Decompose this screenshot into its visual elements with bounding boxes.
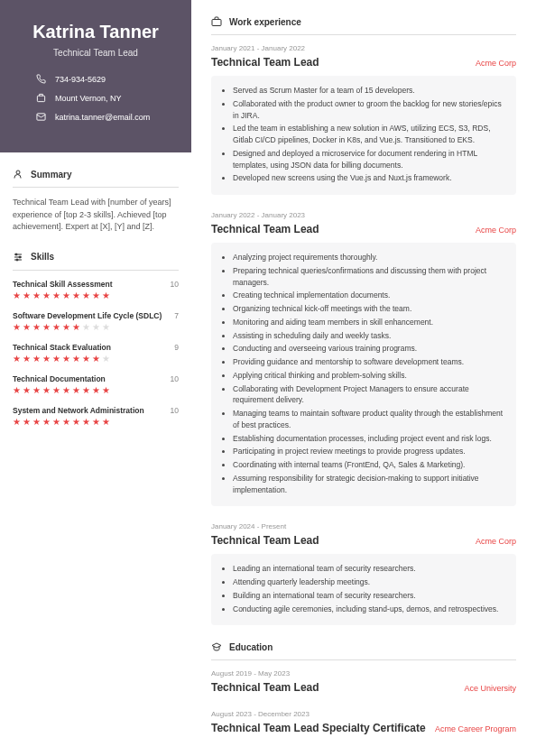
- job-bullets: Analyzing project requirements thoroughl…: [211, 243, 516, 506]
- sliders-icon: [13, 252, 23, 263]
- job-dates: January 2024 - Present: [211, 522, 516, 530]
- education-item: August 2023 - December 2023Technical Tea…: [211, 710, 516, 734]
- skill-score: 10: [171, 374, 179, 383]
- skills-head: Skills: [13, 252, 179, 271]
- star-icon: ★: [32, 355, 41, 364]
- star-icon: ★: [92, 386, 100, 395]
- svg-point-8: [16, 259, 18, 261]
- star-icon: ★: [92, 323, 100, 332]
- star-icon: ★: [102, 386, 110, 395]
- star-icon: ★: [82, 418, 90, 427]
- star-icon: ★: [62, 323, 70, 332]
- sidebar-body: Summary Technical Team Lead with [number…: [0, 152, 191, 454]
- star-icon: ★: [92, 418, 100, 427]
- star-icon: ★: [23, 323, 31, 332]
- job-bullets: Served as Scrum Master for a team of 15 …: [211, 76, 516, 195]
- star-icon: ★: [42, 291, 51, 300]
- bullet: Building an international team of securi…: [233, 590, 507, 602]
- job-bullets: Leading an international team of securit…: [211, 554, 516, 625]
- education-item: August 2019 - May 2023Technical Team Lea…: [211, 669, 516, 694]
- job-item: January 2024 - PresentTechnical Team Lea…: [211, 522, 516, 625]
- star-row: ★★★★★★★★★★: [13, 291, 179, 300]
- star-icon: ★: [52, 418, 60, 427]
- phone-text: 734-934-5629: [55, 75, 106, 84]
- location-icon: [36, 93, 46, 103]
- star-icon: ★: [72, 355, 80, 364]
- star-icon: ★: [52, 291, 60, 300]
- star-icon: ★: [92, 291, 100, 300]
- skill-name: Technical Stack Evaluation: [13, 343, 111, 352]
- star-icon: ★: [62, 355, 70, 364]
- skill-score: 7: [174, 311, 179, 320]
- edu-dates: August 2019 - May 2023: [211, 669, 516, 678]
- email-item: katrina.tanner@email.com: [36, 112, 175, 122]
- job-title: Technical Team Lead: [16, 48, 175, 58]
- bullet: Preparing technical queries/confirmation…: [233, 265, 507, 289]
- education-list: August 2019 - May 2023Technical Team Lea…: [211, 669, 516, 734]
- star-icon: ★: [23, 386, 31, 395]
- bullet: Monitoring and aiding team members in sk…: [233, 317, 507, 328]
- bullet: Managing teams to maintain software prod…: [233, 408, 507, 431]
- edu-org: Ace University: [464, 684, 516, 693]
- star-icon: ★: [82, 386, 90, 395]
- star-icon: ★: [23, 291, 31, 300]
- star-icon: ★: [82, 323, 90, 332]
- location-item: Mount Vernon, NY: [36, 93, 175, 103]
- bullet: Assisting in scheduling daily and weekly…: [233, 330, 507, 342]
- svg-rect-9: [212, 20, 221, 26]
- star-icon: ★: [82, 355, 90, 364]
- star-icon: ★: [13, 323, 21, 332]
- bullet: Organizing technical kick-off meetings w…: [233, 303, 507, 315]
- star-icon: ★: [72, 386, 80, 395]
- skill-item: Technical Documentation10★★★★★★★★★★: [13, 374, 179, 395]
- skill-item: Technical Skill Assessment10★★★★★★★★★★: [13, 280, 179, 300]
- skill-name: Technical Documentation: [13, 374, 106, 383]
- star-row: ★★★★★★★★★★: [13, 418, 179, 427]
- bullet: Developed new screens using the Vue.js a…: [233, 172, 507, 184]
- star-icon: ★: [13, 386, 21, 395]
- star-row: ★★★★★★★★★★: [13, 386, 179, 395]
- skill-item: Software Development Life Cycle (SDLC)7★…: [13, 311, 179, 332]
- bullet: Served as Scrum Master for a team of 15 …: [233, 85, 507, 97]
- name: Katrina Tanner: [16, 22, 175, 42]
- work-head: Work experience: [211, 16, 516, 35]
- education-title: Education: [229, 642, 273, 652]
- skill-name: Software Development Life Cycle (SDLC): [13, 311, 162, 320]
- skill-score: 10: [171, 280, 179, 289]
- star-icon: ★: [32, 291, 41, 300]
- bullet: Providing guidance and mentorship to sof…: [233, 356, 507, 368]
- bullet: Collaborated with the product owner to g…: [233, 98, 507, 122]
- star-icon: ★: [32, 418, 41, 427]
- star-row: ★★★★★★★★★★: [13, 355, 179, 364]
- star-icon: ★: [62, 386, 70, 395]
- star-icon: ★: [72, 323, 80, 332]
- jobs-list: January 2021 - January 2022Technical Tea…: [211, 44, 516, 625]
- star-icon: ★: [32, 323, 41, 332]
- star-icon: ★: [42, 355, 51, 364]
- sidebar: Katrina Tanner Technical Team Lead 734-9…: [0, 0, 191, 756]
- skill-score: 10: [171, 406, 179, 415]
- job-company: Acme Corp: [476, 59, 516, 68]
- resume-page: Katrina Tanner Technical Team Lead 734-9…: [0, 0, 536, 756]
- edu-title: Technical Team Lead: [211, 681, 319, 694]
- star-icon: ★: [13, 418, 21, 427]
- phone-item: 734-934-5629: [36, 74, 175, 84]
- job-title: Technical Team Lead: [211, 223, 319, 235]
- svg-point-6: [15, 254, 17, 255]
- star-icon: ★: [62, 418, 70, 427]
- job-title: Technical Team Lead: [211, 56, 319, 69]
- bullet: Analyzing project requirements thoroughl…: [233, 252, 507, 263]
- job-dates: January 2021 - January 2022: [211, 44, 516, 52]
- star-icon: ★: [52, 355, 60, 364]
- star-icon: ★: [42, 386, 51, 395]
- svg-point-2: [16, 171, 20, 174]
- skill-item: Technical Stack Evaluation9★★★★★★★★★★: [13, 343, 179, 364]
- edu-title: Technical Team Lead Specialty Certificat…: [211, 722, 426, 734]
- bullet: Designed and deployed a microservice for…: [233, 148, 507, 171]
- bullet: Conducting agile ceremonies, including s…: [233, 604, 507, 615]
- skills-list: Technical Skill Assessment10★★★★★★★★★★So…: [13, 280, 179, 427]
- star-icon: ★: [102, 323, 110, 332]
- bullet: Applying critical thinking and problem-s…: [233, 370, 507, 382]
- summary-text: Technical Team Lead with [number of year…: [13, 197, 179, 234]
- star-icon: ★: [32, 386, 41, 395]
